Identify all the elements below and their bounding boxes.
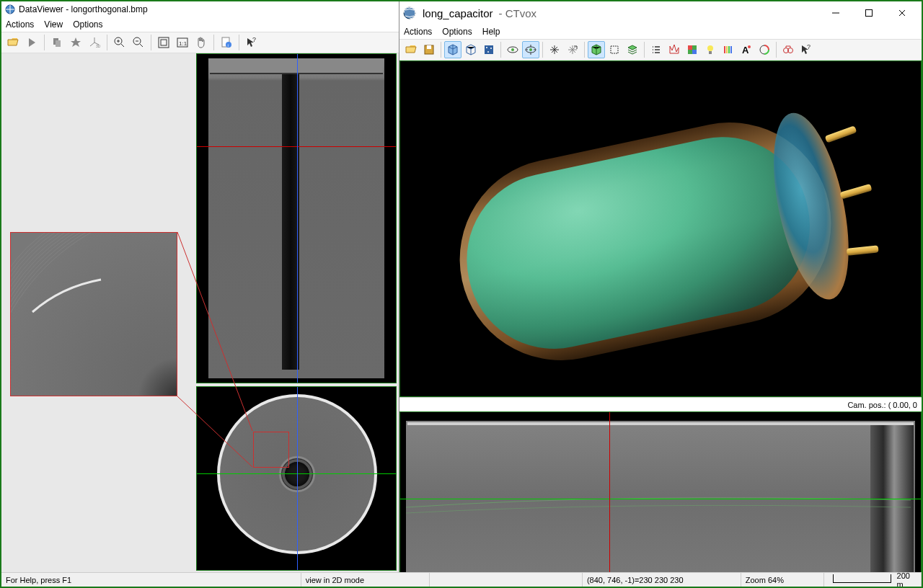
menu-actions[interactable]: Actions: [6, 19, 34, 30]
titlebar-app-name: DataViewer - longorthogonal.bmp: [19, 4, 148, 14]
svg-point-11: [226, 42, 231, 48]
clip-box-button[interactable]: [588, 41, 605, 58]
svg-rect-6: [159, 37, 169, 48]
light-button[interactable]: [702, 41, 719, 58]
capacitor-pin-icon: [825, 125, 857, 143]
ctvox-window: long_capacitor - CTvox Actions Options H…: [399, 1, 922, 587]
ctvox-3d-viewport[interactable]: [399, 61, 922, 397]
zoom-inset: [10, 232, 177, 396]
status-coords: (840, 746, -1)=230 230 230: [583, 573, 741, 587]
camera-position-readout: Cam. pos.: ( 0.00, 0: [847, 401, 917, 409]
svg-text:3D: 3D: [96, 44, 101, 48]
ctvox-titlebar: long_capacitor - CTvox: [399, 1, 922, 24]
svg-rect-7: [161, 40, 167, 45]
maximize-button[interactable]: [852, 2, 886, 24]
crop-button[interactable]: [606, 41, 623, 58]
menu-view[interactable]: View: [44, 19, 63, 30]
menu-options[interactable]: Options: [73, 19, 102, 30]
svg-rect-2: [56, 40, 61, 47]
dataviewer-menubar: Actions View Options: [1, 17, 399, 32]
status-scalebar: 200 m: [824, 573, 922, 587]
duplicate-button[interactable]: [48, 34, 66, 51]
svg-point-24: [487, 51, 489, 53]
svg-rect-38: [730, 46, 732, 53]
pan-hand-button[interactable]: [193, 34, 210, 51]
palette-button[interactable]: [720, 41, 737, 58]
eye-view-button[interactable]: [504, 41, 521, 58]
dataviewer-window: DataViewer - longorthogonal.bmp Actions …: [1, 1, 399, 587]
capacitor-render: [441, 104, 850, 379]
minimize-button[interactable]: [819, 2, 852, 24]
cube-solid-button[interactable]: [444, 41, 462, 58]
svg-text:i: i: [228, 43, 229, 48]
svg-text:?: ?: [807, 43, 811, 50]
ctvox-app-icon: [402, 6, 417, 20]
ctvox-menubar: Actions Options Help: [399, 24, 922, 39]
sagittal-panel[interactable]: [196, 53, 397, 383]
info-button[interactable]: i: [218, 34, 235, 51]
one-to-one-button[interactable]: 1:1: [174, 34, 191, 51]
open-button[interactable]: [4, 34, 22, 51]
svg-rect-31: [688, 45, 692, 50]
hue-button[interactable]: [756, 41, 773, 58]
colormap-button[interactable]: [684, 41, 701, 58]
close-button[interactable]: [886, 2, 919, 24]
zoom-out-button[interactable]: [130, 34, 147, 51]
save-button[interactable]: [420, 41, 438, 58]
play-button[interactable]: [23, 34, 40, 51]
svg-rect-32: [692, 50, 697, 54]
status-view-mode: view in 2D mode: [301, 573, 430, 587]
menu-help[interactable]: Help: [482, 27, 500, 37]
zoom-roi-box: [253, 432, 289, 468]
svg-rect-20: [427, 45, 431, 49]
menu-actions[interactable]: Actions: [404, 27, 432, 37]
histogram-button[interactable]: [666, 41, 683, 58]
help-pointer-button[interactable]: ?: [798, 41, 815, 58]
svg-rect-37: [728, 46, 730, 53]
axial-panel[interactable]: [196, 386, 397, 571]
spark-center-button[interactable]: [546, 41, 563, 58]
open-button[interactable]: [402, 41, 420, 58]
binoculars-button[interactable]: [780, 41, 797, 58]
layers-button[interactable]: [624, 41, 641, 58]
star-button[interactable]: [67, 34, 84, 51]
cube-wireframe-button[interactable]: [462, 41, 480, 58]
text-annotation-button[interactable]: A: [738, 41, 755, 58]
svg-point-22: [486, 47, 487, 48]
svg-point-40: [748, 45, 751, 48]
list-button[interactable]: [648, 41, 665, 58]
coronal-panel[interactable]: [399, 411, 922, 587]
ctvox-toolbar: A ?: [399, 39, 922, 61]
capacitor-pin-icon: [847, 245, 879, 256]
svg-rect-21: [485, 45, 493, 54]
status-bar: For Help, press F1 view in 2D mode (840,…: [1, 572, 922, 587]
ctvox-title-app: - CTvox: [499, 7, 537, 19]
spark-arrow-button[interactable]: [564, 41, 581, 58]
svg-rect-14: [11, 233, 177, 396]
status-zoom: Zoom 64%: [741, 573, 824, 587]
fit-screen-button[interactable]: [155, 34, 172, 51]
menu-options[interactable]: Options: [442, 27, 472, 37]
axes3d-button[interactable]: 3D: [86, 34, 103, 51]
help-pointer-button[interactable]: ?: [243, 34, 260, 51]
capacitor-pin-icon: [839, 184, 872, 200]
dataviewer-titlebar: DataViewer - longorthogonal.bmp: [1, 1, 399, 17]
svg-point-26: [511, 48, 514, 51]
dataviewer-app-icon: [4, 4, 16, 15]
eye-target-button[interactable]: [522, 41, 539, 58]
zoom-in-button[interactable]: [111, 34, 128, 51]
svg-rect-34: [709, 51, 712, 54]
status-help-text: For Help, press F1: [1, 573, 301, 587]
svg-rect-29: [611, 46, 618, 53]
ctvox-title-file: long_capacitor: [423, 7, 493, 19]
svg-rect-35: [724, 46, 725, 53]
svg-text:?: ?: [252, 36, 256, 43]
svg-point-33: [707, 45, 713, 51]
dataviewer-toolbar: 3D 1:1 i ?: [1, 32, 399, 53]
texture-button[interactable]: [480, 41, 498, 58]
dataviewer-viewport[interactable]: [1, 53, 399, 587]
camera-position-bar: Cam. pos.: ( 0.00, 0: [399, 397, 922, 411]
svg-rect-18: [866, 10, 873, 17]
svg-point-28: [529, 48, 532, 51]
svg-text:1:1: 1:1: [179, 40, 187, 47]
